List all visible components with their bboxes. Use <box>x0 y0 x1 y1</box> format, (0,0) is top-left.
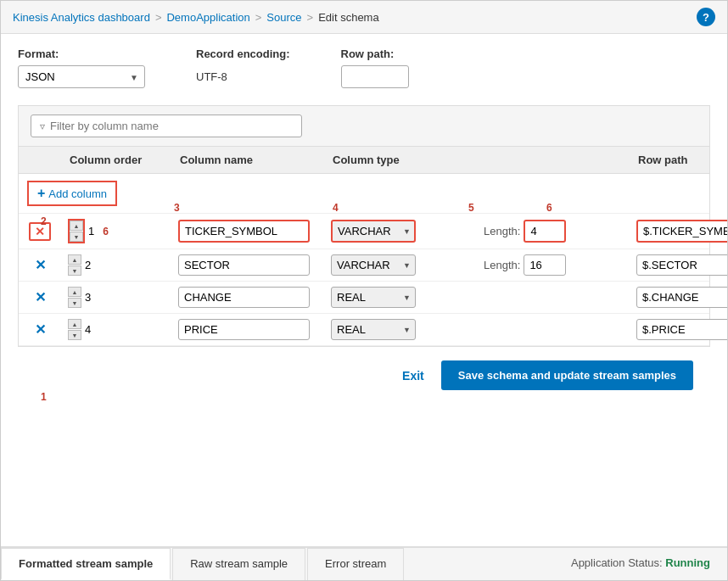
row-path-input-3[interactable] <box>636 287 728 308</box>
filter-icon: ▿ <box>40 120 45 132</box>
col-type-select-3[interactable]: REAL <box>331 287 416 308</box>
col-name-input-2[interactable] <box>178 254 310 276</box>
filter-bar: ▿ <box>18 105 710 147</box>
add-column-button[interactable]: + Add column <box>32 184 112 203</box>
col-name-cell-3 <box>171 287 324 308</box>
col-name-input-4[interactable] <box>178 319 310 340</box>
col-type-select-4[interactable]: REAL <box>331 319 416 340</box>
col-type-cell-3: REAL <box>324 287 477 308</box>
app-status-value: Running <box>665 556 710 569</box>
col-type-select-2[interactable]: VARCHAR <box>331 254 416 276</box>
delete-cell-4: ✕ <box>19 320 61 339</box>
order-down-4[interactable]: ▼ <box>68 330 81 340</box>
order-number-2: 2 <box>85 259 91 271</box>
row-path-cell-4 <box>630 319 728 340</box>
breadcrumb-link-2[interactable]: DemoApplication <box>166 11 249 24</box>
length-input-1[interactable] <box>524 220 566 243</box>
row-path-input-1[interactable] <box>636 220 728 243</box>
col-name-input-1[interactable] <box>178 220 310 243</box>
col-name-cell-4 <box>171 319 324 340</box>
row-path-label: Row path: <box>341 47 409 60</box>
add-column-border: + Add column <box>27 181 117 206</box>
order-up-2[interactable]: ▲ <box>68 254 81 265</box>
th-column-name: Column name <box>171 154 324 166</box>
length-label-1: Length: <box>484 225 520 237</box>
plus-icon: + <box>37 186 45 201</box>
order-arrows-2: ▲ ▼ <box>68 254 81 276</box>
order-down-1[interactable]: ▼ <box>70 232 83 242</box>
annotation-6-bot: 6 <box>103 226 109 237</box>
record-encoding-value: UTF-8 <box>196 65 290 88</box>
add-column-row: 1 + Add column <box>19 174 709 214</box>
row-path-cell-1 <box>630 220 728 243</box>
length-label-2: Length: <box>484 259 520 271</box>
length-cell-2: Length: <box>477 254 630 276</box>
breadcrumb-current: Edit schema <box>318 11 379 24</box>
footer-actions: Exit Save schema and update stream sampl… <box>18 347 710 404</box>
app-status-label: Application Status: <box>571 556 663 569</box>
schema-table: Column order Column name Column type Row… <box>18 147 710 347</box>
col-type-wrap-inner-4: REAL <box>331 319 416 340</box>
app-status: Application Status: Running <box>554 548 727 580</box>
order-number-4: 4 <box>85 323 91 336</box>
th-column-type: Column type <box>324 154 477 166</box>
length-input-2[interactable] <box>524 254 566 276</box>
row-path-input[interactable]: $ <box>341 65 409 88</box>
save-button[interactable]: Save schema and update stream samples <box>441 360 693 390</box>
col-type-cell-1: VARCHAR <box>324 220 477 243</box>
tab-raw-stream[interactable]: Raw stream sample <box>172 548 305 580</box>
annotation-1: 1 <box>41 391 47 403</box>
filter-input[interactable] <box>50 120 293 132</box>
table-row: ✕ ▲ ▼ 2 VARCHAR Length: <box>19 249 709 282</box>
order-down-2[interactable]: ▼ <box>68 265 81 276</box>
delete-row-3-button[interactable]: ✕ <box>30 288 51 307</box>
breadcrumb-link-1[interactable]: Kinesis Analytics dashboard <box>13 11 150 24</box>
order-arrows-1: ▲ ▼ <box>68 219 85 243</box>
row-path-input-4[interactable] <box>636 319 728 340</box>
order-up-4[interactable]: ▲ <box>68 319 81 329</box>
col-type-select-1[interactable]: VARCHAR <box>331 220 416 243</box>
order-down-3[interactable]: ▼ <box>68 298 81 308</box>
th-row-path: Row path <box>630 154 709 166</box>
delete-row-1-button[interactable]: ✕ <box>29 222 51 241</box>
help-icon[interactable]: ? <box>697 8 715 26</box>
table-row: 2 3 4 5 6 ✕ ▲ ▼ 1 6 VARC <box>19 214 709 249</box>
order-arrows-4: ▲ ▼ <box>68 319 81 340</box>
delete-row-2-button[interactable]: ✕ <box>30 255 51 275</box>
schema-form-row: Format: JSONCSVAVRO Record encoding: UTF… <box>18 47 710 88</box>
delete-cell-1: ✕ <box>19 222 61 241</box>
main-content: Format: JSONCSVAVRO Record encoding: UTF… <box>1 34 727 417</box>
col-type-cell-4: REAL <box>324 319 477 340</box>
breadcrumb: Kinesis Analytics dashboard > DemoApplic… <box>13 11 379 24</box>
table-header: Column order Column name Column type Row… <box>19 147 709 174</box>
order-up-1[interactable]: ▲ <box>70 221 83 231</box>
order-cell-1: ▲ ▼ 1 6 <box>61 219 171 243</box>
exit-button[interactable]: Exit <box>402 369 424 383</box>
table-row: ✕ ▲ ▼ 4 REAL <box>19 314 709 346</box>
order-up-3[interactable]: ▲ <box>68 287 81 297</box>
delete-cell-2: ✕ <box>19 255 61 275</box>
add-column-label: Add column <box>48 187 107 200</box>
col-type-wrap-inner-2: VARCHAR <box>331 254 416 276</box>
tab-error-stream[interactable]: Error stream <box>307 548 404 580</box>
format-select-wrapper: JSONCSVAVRO <box>18 65 145 88</box>
col-type-wrap-inner-3: REAL <box>331 287 416 308</box>
annotation-6-top: 6 <box>546 202 552 214</box>
row-path-cell-3 <box>630 287 728 308</box>
order-cell-3: ▲ ▼ 3 <box>61 287 171 308</box>
annotation-2: 2 <box>41 215 47 227</box>
col-type-wrap-inner-1: VARCHAR <box>331 220 416 243</box>
delete-row-4-button[interactable]: ✕ <box>30 320 51 339</box>
breadcrumb-link-3[interactable]: Source <box>266 11 301 24</box>
tab-formatted-stream[interactable]: Formatted stream sample <box>1 548 171 580</box>
format-group: Format: JSONCSVAVRO <box>18 47 145 88</box>
format-select[interactable]: JSONCSVAVRO <box>18 65 145 88</box>
annotation-5: 5 <box>468 202 474 214</box>
col-name-input-3[interactable] <box>178 287 310 308</box>
col-type-cell-2: VARCHAR <box>324 254 477 276</box>
table-row: ✕ ▲ ▼ 3 REAL <box>19 282 709 314</box>
row-path-input-2[interactable] <box>636 254 728 276</box>
row-path-group: Row path: $ <box>341 47 409 88</box>
order-cell-2: ▲ ▼ 2 <box>61 254 171 276</box>
th-actions <box>19 154 61 166</box>
